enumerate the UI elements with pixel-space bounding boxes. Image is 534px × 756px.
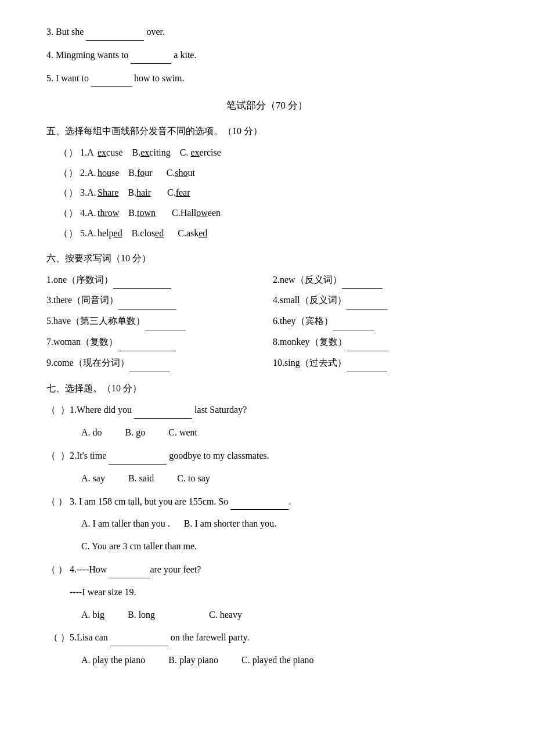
q5-text: （ ）5.Lisa can on the farewell party. — [46, 629, 488, 646]
q2-b: B. said — [128, 470, 154, 487]
q3-block: （ ） 3. I am 158 cm tall, but you are 155… — [46, 493, 488, 555]
q5-c: C. played the piano — [241, 652, 313, 669]
blank-3 — [86, 23, 144, 41]
vocab-2: 2.new（反义词） — [273, 272, 488, 289]
section5-item-1: （） 1.A excuse B.exciting C. exercise — [46, 145, 488, 161]
paren-close-1: ） — [68, 145, 78, 161]
q5-b: B. play piano — [168, 652, 218, 669]
paren-1: （ — [58, 145, 68, 161]
q1-block: （ ）1.Where did you last Saturday? A. do … — [46, 401, 488, 441]
q2-c: C. to say — [177, 470, 210, 487]
vocab-10: 10.sing（过去式） — [273, 355, 488, 372]
vocab-4: 4.small（反义词） — [273, 292, 488, 309]
intro-line-3: 3. But she over. — [46, 23, 488, 41]
q1-text: （ ）1.Where did you last Saturday? — [46, 401, 488, 419]
vocab-9: 9.come（现在分词） — [46, 355, 261, 372]
q5-a: A. play the piano — [81, 652, 145, 669]
written-section-title: 笔试部分（70 分） — [46, 97, 488, 115]
vocab-8: 8.monkey（复数） — [273, 334, 488, 351]
intro-line-4: 4. Mingming wants to a kite. — [46, 46, 488, 64]
section5-heading: 五、选择每组中画线部分发音不同的选项。（10 分） — [46, 123, 488, 140]
q1-options: A. do B. go C. went — [46, 424, 488, 441]
q4-options: A. big B. long C. heavy — [46, 607, 488, 624]
q2-a: A. say — [81, 470, 105, 487]
q4-a: A. big — [81, 607, 104, 624]
intro-line-5: 5. I want to how to swim. — [46, 70, 488, 87]
section5-item-4: （） 4.A. throw B.town C.Halloween — [46, 205, 488, 222]
q2-text: （ ）2.It's time goodbye to my classmates. — [46, 447, 488, 465]
q2-block: （ ）2.It's time goodbye to my classmates.… — [46, 447, 488, 487]
q5-options: A. play the piano B. play piano C. playe… — [46, 652, 488, 669]
q4-text2: ----I wear size 19. — [46, 584, 488, 601]
q4-c: C. heavy — [209, 607, 242, 624]
q3-a: A. I am taller than you . B. I am shorte… — [46, 516, 488, 532]
section5-item-2: （） 2.A. house B.four C.shout — [46, 165, 488, 182]
q5-block: （ ）5.Lisa can on the farewell party. A. … — [46, 629, 488, 669]
q1-c: C. went — [168, 424, 197, 441]
section5-item-3: （） 3.A. Share B.hair C.fear — [46, 185, 488, 201]
blank-4 — [131, 46, 171, 64]
q3-text: （ ） 3. I am 158 cm tall, but you are 155… — [46, 493, 488, 510]
blank-5 — [91, 70, 132, 87]
q4-b: B. long — [128, 607, 186, 624]
q4-text: （ ） 4.----How are your feet? — [46, 561, 488, 578]
q1-a: A. do — [81, 424, 102, 441]
vocab-5: 5.have（第三人称单数） — [46, 313, 261, 330]
vocab-6: 6.they（宾格） — [273, 313, 488, 330]
vocab-7: 7.woman（复数） — [46, 334, 261, 351]
section6-heading: 六、按要求写词（10 分） — [46, 250, 488, 267]
q4-block: （ ） 4.----How are your feet? ----I wear … — [46, 561, 488, 623]
vocab-1: 1.one（序数词） — [46, 272, 261, 289]
vocab-grid: 1.one（序数词） 2.new（反义词） 3.there（同音词） 4.sma… — [46, 272, 488, 372]
vocab-3: 3.there（同音词） — [46, 292, 261, 309]
section5-item-5: （） 5.A. helped B.closed C.asked — [46, 225, 488, 242]
q3-c: C. You are 3 cm taller than me. — [46, 538, 488, 555]
q1-b: B. go — [125, 424, 146, 441]
q2-options: A. say B. said C. to say — [46, 470, 488, 487]
section7-heading: 七、选择题。（10 分） — [46, 380, 488, 397]
